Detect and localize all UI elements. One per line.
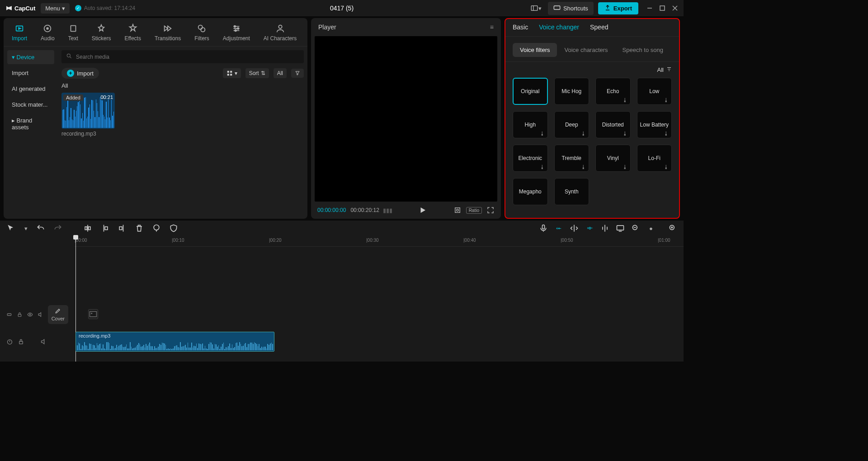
shield-tool[interactable]	[169, 224, 178, 233]
zoom-slider-thumb[interactable]: ●	[646, 224, 656, 233]
track-mute-icon[interactable]	[38, 311, 43, 318]
search-icon	[66, 53, 72, 61]
nav-tabs: ImportAudioTextStickersEffectsTransition…	[4, 18, 307, 47]
pointer-tool[interactable]	[6, 224, 15, 233]
close-button[interactable]	[672, 5, 678, 11]
mic-icon[interactable]	[539, 224, 548, 233]
voice-filter-lo-fi[interactable]: Lo-Fi⭳	[637, 145, 672, 172]
magnet-right-icon[interactable]: ⬲	[585, 224, 594, 233]
split-tool[interactable]	[83, 224, 92, 233]
filter-icon-button[interactable]	[291, 69, 304, 78]
svg-point-19	[235, 30, 236, 32]
track-lock-icon[interactable]	[17, 311, 23, 318]
delete-tool[interactable]	[135, 224, 144, 233]
voice-filter-echo[interactable]: Echo⭳	[595, 78, 631, 105]
search-input[interactable]	[76, 54, 299, 60]
view-mode-button[interactable]: ▾	[223, 68, 241, 78]
monitor-icon[interactable]	[616, 224, 625, 233]
track-eye-icon[interactable]	[27, 311, 33, 318]
search-bar[interactable]	[61, 50, 304, 63]
voice-filter-megapho[interactable]: Megapho	[513, 178, 548, 205]
shortcuts-button[interactable]: Shortcuts	[548, 2, 594, 15]
nav-tab-text[interactable]: Text	[66, 22, 81, 46]
sort-button[interactable]: Sort ⇅	[245, 68, 269, 78]
redo-button[interactable]	[53, 224, 62, 233]
track-timer-icon[interactable]	[6, 338, 13, 345]
pointer-dropdown[interactable]: ▾	[24, 224, 28, 233]
split-right-tool[interactable]	[118, 224, 127, 233]
voice-filter-low-battery[interactable]: Low Battery⭳	[637, 111, 672, 138]
audio-clip[interactable]: recording.mp3	[75, 332, 274, 352]
track-lock-icon[interactable]	[18, 338, 24, 345]
nav-tab-adjustment[interactable]: Adjustment	[220, 22, 253, 46]
side-item-import[interactable]: Import	[7, 66, 54, 80]
video-placeholder-icon[interactable]	[88, 309, 98, 319]
ratio-button[interactable]: Ratio	[466, 207, 482, 214]
ruler-tick: |00:20	[269, 238, 282, 243]
import-button[interactable]: + Import	[61, 68, 99, 79]
nav-tab-ai-characters[interactable]: AI Characters	[261, 22, 299, 46]
inspector-subtab-voice-characters[interactable]: Voice characters	[557, 43, 615, 57]
maximize-button[interactable]	[659, 5, 665, 11]
split-left-tool[interactable]	[100, 224, 109, 233]
timeline[interactable]: |00:00|00:10|00:20|00:30|00:40|00:50|01:…	[0, 236, 684, 362]
filter-all-button[interactable]: All	[274, 68, 287, 78]
nav-tab-stickers[interactable]: Stickers	[89, 22, 114, 46]
export-button[interactable]: Export	[598, 2, 638, 14]
zoom-in-icon[interactable]	[668, 224, 677, 233]
align-icon[interactable]	[570, 224, 579, 233]
nav-tab-filters[interactable]: Filters	[192, 22, 212, 46]
voice-filter-high[interactable]: High⭳	[513, 111, 548, 138]
layout-button[interactable]: ▾	[528, 2, 543, 14]
voice-filter-grid: OriginalMic HogEcho⭳Low⭳High⭳Deep⭳Distor…	[505, 78, 679, 210]
menu-button[interactable]: Menu ▾	[41, 3, 70, 14]
cover-button[interactable]: Cover	[48, 305, 68, 324]
zoom-out-icon[interactable]	[631, 224, 640, 233]
inspector-tab-speed[interactable]: Speed	[590, 24, 608, 36]
download-icon: ⭳	[664, 97, 669, 103]
capcut-logo-icon	[5, 5, 13, 12]
crop-icon[interactable]	[453, 206, 462, 214]
nav-tab-icon	[68, 24, 78, 33]
side-item-brand-assets[interactable]: ▸ Brand assets	[7, 113, 54, 134]
voice-filter-electronic[interactable]: Electronic⭳	[513, 145, 548, 172]
media-item[interactable]: Added00:21recording.mp3	[61, 93, 115, 137]
voice-filter-low[interactable]: Low⭳	[637, 78, 672, 105]
voice-filter-tremble[interactable]: Tremble⭳	[554, 145, 590, 172]
inspector-subtab-voice-filters[interactable]: Voice filters	[513, 43, 557, 57]
minimize-button[interactable]	[646, 5, 653, 11]
inspector-tab-voice-changer[interactable]: Voice changer	[539, 24, 579, 36]
magnet-left-icon[interactable]: ⬰	[554, 224, 563, 233]
voice-filter-distorted[interactable]: Distorted⭳	[595, 111, 631, 138]
svg-point-13	[201, 28, 205, 32]
inspector-tab-basic[interactable]: Basic	[513, 24, 528, 36]
filter-all-chip[interactable]: All	[657, 66, 672, 73]
track-link-icon[interactable]	[6, 311, 12, 318]
voice-filter-synth[interactable]: Synth	[554, 178, 590, 205]
nav-tab-icon	[163, 24, 173, 33]
svg-point-12	[198, 25, 203, 29]
voice-filter-original[interactable]: Original	[513, 78, 548, 105]
undo-button[interactable]	[36, 224, 45, 233]
player-menu-icon[interactable]: ≡	[490, 24, 494, 31]
snap-icon[interactable]	[600, 224, 609, 233]
voice-filter-deep[interactable]: Deep⭳	[554, 111, 590, 138]
nav-tab-audio[interactable]: Audio	[38, 22, 57, 46]
side-item-ai-generated[interactable]: AI generated	[7, 82, 54, 96]
voice-filter-vinyl[interactable]: Vinyl⭳	[595, 145, 631, 172]
side-item-stock-mater-[interactable]: Stock mater...	[7, 98, 54, 112]
play-button[interactable]	[419, 206, 427, 214]
side-item-device[interactable]: ▾ Device	[7, 50, 54, 64]
time-ruler[interactable]: |00:00|00:10|00:20|00:30|00:40|00:50|01:…	[75, 236, 684, 247]
nav-tab-effects[interactable]: Effects	[122, 22, 143, 46]
inspector-subtab-speech-to-song[interactable]: Speech to song	[615, 43, 670, 57]
svg-rect-24	[230, 71, 232, 73]
track-mute-icon[interactable]	[40, 338, 47, 345]
nav-tab-import[interactable]: Import	[9, 22, 30, 46]
marker-tool[interactable]	[152, 224, 161, 233]
nav-tab-transitions[interactable]: Transitions	[152, 22, 184, 46]
fullscreen-icon[interactable]	[486, 206, 495, 214]
player-viewport[interactable]	[315, 36, 497, 202]
voice-filter-mic-hog[interactable]: Mic Hog	[554, 78, 590, 105]
nav-tab-icon	[275, 24, 285, 33]
